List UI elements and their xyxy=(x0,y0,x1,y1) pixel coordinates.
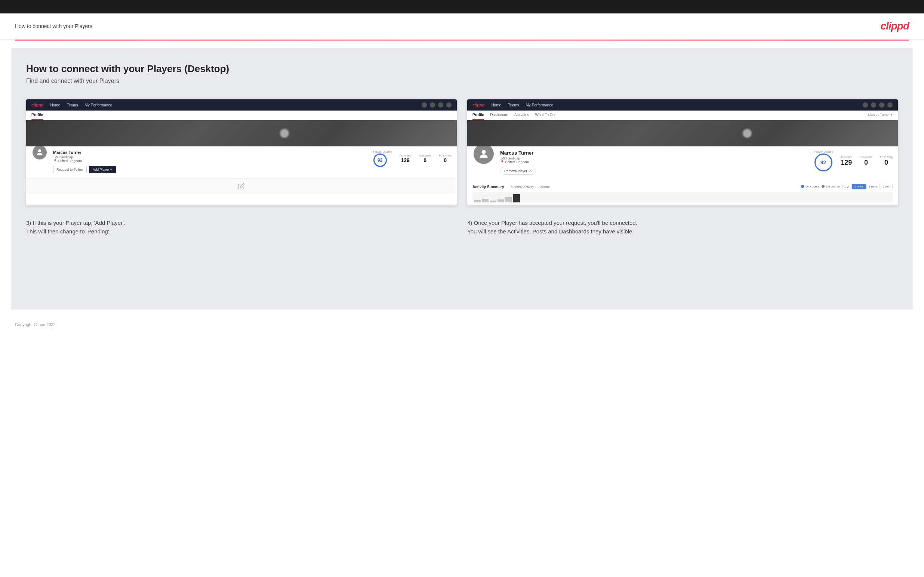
followers-stat-1: Followers 0 xyxy=(418,154,431,163)
chart-bar-1 xyxy=(474,200,481,202)
activities-stat-2: Activities 129 xyxy=(840,155,852,166)
player-name-2: Marcus Turner xyxy=(500,150,809,156)
mock-stats-row-1: Player Quality 92 Activities 129 Followe… xyxy=(373,150,452,167)
period-3mths[interactable]: 3 mths xyxy=(866,184,880,189)
top-bar xyxy=(0,0,924,13)
mock-tabs-1: Profile xyxy=(26,111,457,120)
mock-buttons-1: Request to Follow Add Player + xyxy=(53,166,368,173)
remove-player-btn-2[interactable]: Remove Player ✕ xyxy=(500,167,536,175)
footer-text: Copyright Clippd 2022 xyxy=(15,322,56,327)
legend-off-course: Off course xyxy=(822,185,840,188)
add-player-btn-1[interactable]: Add Player + xyxy=(89,166,116,173)
period-6mths[interactable]: 6 mths xyxy=(852,184,866,189)
mock-nav-teams-1: Teams xyxy=(67,103,78,107)
activity-controls-2: On course Off course 1 yr 6 mths 3 mths … xyxy=(801,184,893,189)
tab-profile-1[interactable]: Profile xyxy=(31,113,43,120)
flag-icon-1 xyxy=(446,102,452,108)
player-name-1: Marcus Turner xyxy=(53,150,368,155)
request-follow-btn-1[interactable]: Request to Follow xyxy=(53,166,87,173)
mock-profile-info-1: Marcus Turner 1-5 Handicap 📍 United King… xyxy=(53,150,368,173)
mock-nav-icons-1 xyxy=(422,102,452,108)
description-item-2: 4) Once your Player has accepted your re… xyxy=(467,219,898,236)
mock-profile-2: Marcus Turner 1-5 Handicap 📍 United King… xyxy=(467,147,898,180)
settings-icon-1 xyxy=(438,102,443,108)
player-quality-stat-2: Player Quality 92 xyxy=(814,150,833,171)
mock-hero-2 xyxy=(467,120,898,147)
tab-dashboard-2[interactable]: Dashboard xyxy=(490,113,508,120)
clippd-logo: clippd xyxy=(880,20,909,32)
mock-chart-2 xyxy=(472,192,893,202)
remove-player-x-icon: ✕ xyxy=(529,169,532,173)
tab-what-to-on-2[interactable]: What To On xyxy=(535,113,555,120)
screenshot-card-2: clippd Home Teams My Performance Profile… xyxy=(467,99,898,205)
footer: Copyright Clippd 2022 xyxy=(0,317,924,332)
mock-nav-icons-2 xyxy=(863,102,893,108)
player-hcp-1: 1-5 Handicap xyxy=(53,155,368,159)
location-icon-2: 📍 xyxy=(500,160,504,164)
tab-profile-2[interactable]: Profile xyxy=(472,113,484,120)
player-quality-stat-1: Player Quality 92 xyxy=(373,150,392,167)
mock-nav-home-1: Home xyxy=(50,103,60,107)
chart-bar-6 xyxy=(513,194,520,202)
screenshot-card-1: clippd Home Teams My Performance Profile xyxy=(26,99,457,205)
mock-logo-2: clippd xyxy=(472,103,485,107)
description-text-2: 4) Once your Player has accepted your re… xyxy=(467,219,898,236)
mock-nav-teams-2: Teams xyxy=(508,103,519,107)
page-header: How to connect with your Players clippd xyxy=(0,13,924,40)
mock-tabs-2: Profile Dashboard Activities What To On … xyxy=(467,111,898,120)
quality-circle-1: 92 xyxy=(373,153,387,167)
mock-profile-1: Marcus Turner 1-5 Handicap 📍 United King… xyxy=(26,147,457,179)
player-hcp-2: 1-5 Handicap xyxy=(500,156,809,160)
period-buttons-2: 1 yr 6 mths 3 mths 1 mth xyxy=(842,184,893,189)
description-item-1: 3) If this is your Player tap, 'Add Play… xyxy=(26,219,457,236)
activity-title-group-2: Activity Summary Monthly Activity · 6 Mo… xyxy=(472,183,551,190)
legend-dot-on-course xyxy=(801,185,804,188)
mock-nav-1: clippd Home Teams My Performance xyxy=(26,99,457,111)
activities-stat-1: Activities 129 xyxy=(399,154,411,163)
search-icon-2 xyxy=(863,102,868,108)
legend-on-course: On course xyxy=(801,185,819,188)
following-stat-1: Following 0 xyxy=(439,154,452,163)
header-divider xyxy=(15,40,909,41)
mock-buttons-2: Remove Player ✕ xyxy=(500,167,809,175)
period-1yr[interactable]: 1 yr xyxy=(842,184,851,189)
followers-stat-2: Followers 0 xyxy=(860,155,872,166)
activity-title-2: Activity Summary xyxy=(472,185,504,189)
svg-point-1 xyxy=(482,150,486,154)
settings-icon-2 xyxy=(879,102,884,108)
location-icon-1: 📍 xyxy=(53,159,57,163)
mock-profile-row-2: Marcus Turner 1-5 Handicap 📍 United King… xyxy=(472,150,893,175)
mock-stats-row-2: Player Quality 92 Activities 129 Followe… xyxy=(814,150,893,171)
user-icon-1 xyxy=(430,102,435,108)
mock-pencil-area-1 xyxy=(26,179,457,193)
main-title: How to connect with your Players (Deskto… xyxy=(26,63,898,75)
mock-nav-home-2: Home xyxy=(491,103,501,107)
descriptions-row: 3) If this is your Player tap, 'Add Play… xyxy=(26,219,898,236)
search-icon-1 xyxy=(422,102,427,108)
player-loc-2: 📍 United Kingdom xyxy=(500,160,809,164)
chart-bar-4 xyxy=(498,200,504,202)
mock-nav-performance-1: My Performance xyxy=(85,103,112,107)
tab-activities-2[interactable]: Activities xyxy=(514,113,529,120)
mock-logo-1: clippd xyxy=(31,103,44,107)
flag-icon-2 xyxy=(887,102,893,108)
mock-nav-performance-2: My Performance xyxy=(526,103,553,107)
activity-header-2: Activity Summary Monthly Activity · 6 Mo… xyxy=(472,183,893,190)
activity-subtitle-2: Monthly Activity · 6 Months xyxy=(510,185,551,189)
mock-profile-row-1: Marcus Turner 1-5 Handicap 📍 United King… xyxy=(31,150,452,173)
main-content: How to connect with your Players (Deskto… xyxy=(11,48,913,309)
page-title: How to connect with your Players xyxy=(15,23,92,29)
player-loc-1: 📍 United Kingdom xyxy=(53,159,368,163)
tab-user-name-2: Marcus Turner ▾ xyxy=(868,113,893,120)
description-text-1: 3) If this is your Player tap, 'Add Play… xyxy=(26,219,457,236)
main-subtitle: Find and connect with your Players xyxy=(26,78,898,84)
mock-avatar-1 xyxy=(31,144,48,161)
legend-dot-off-course xyxy=(822,185,825,188)
period-1mth[interactable]: 1 mth xyxy=(880,184,893,189)
screenshots-row: clippd Home Teams My Performance Profile xyxy=(26,99,898,205)
chart-bar-2 xyxy=(482,199,489,202)
mock-profile-info-2: Marcus Turner 1-5 Handicap 📍 United King… xyxy=(500,150,809,175)
chart-bar-5 xyxy=(506,197,512,202)
mock-nav-2: clippd Home Teams My Performance xyxy=(467,99,898,111)
mock-activity-2: Activity Summary Monthly Activity · 6 Mo… xyxy=(467,180,898,205)
